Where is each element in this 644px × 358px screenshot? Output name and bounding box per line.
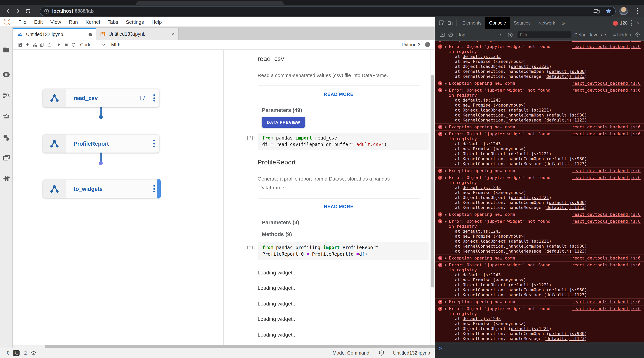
stack-source-link[interactable]: default.js:1221 [511, 239, 549, 244]
info-icon[interactable] [44, 8, 49, 14]
stack-source-link[interactable]: default.js:1221 [511, 282, 549, 288]
expand-caret-icon[interactable] [445, 307, 446, 310]
expand-caret-icon[interactable] [445, 256, 446, 260]
console-error-row[interactable]: ×Error: Object 'jupyter.widget' not foun… [435, 174, 644, 211]
console-error-row[interactable]: ×Error: Object 'jupyter.widget' not foun… [435, 262, 644, 298]
stack-source-link[interactable]: default.js:1123 [546, 249, 584, 254]
pipeline-node-profilereport[interactable]: ProfileReport [43, 134, 159, 152]
expand-caret-icon[interactable] [445, 132, 446, 136]
settings-gear-icon[interactable] [633, 30, 642, 39]
source-link[interactable]: react_devtools_backend.js:6 [572, 175, 640, 180]
methods-heading[interactable]: Methods (9) [262, 231, 420, 237]
parameters-heading[interactable]: Parameters (3) [262, 219, 420, 226]
expand-caret-icon[interactable] [445, 82, 446, 85]
node-menu-icon[interactable] [153, 94, 155, 102]
horizontal-scrollbar-thumb[interactable] [13, 345, 45, 348]
menu-tabs[interactable]: Tabs [104, 19, 122, 25]
notebook-tab-active[interactable]: Untitled132.ipynb [14, 28, 96, 40]
stack-source-link[interactable]: default.js:1221 [511, 326, 549, 331]
pipeline-node-read-csv[interactable]: read_csv [7] [43, 89, 159, 107]
stack-source-link[interactable]: default.js:1243 [463, 316, 501, 321]
expand-caret-icon[interactable] [445, 213, 446, 216]
devtools-tab-network[interactable]: Network [534, 17, 559, 29]
expand-caret-icon[interactable] [445, 169, 446, 172]
menu-settings[interactable]: Settings [122, 19, 148, 25]
stack-source-link[interactable]: default.js:1123 [546, 205, 584, 210]
bookmark-star-icon[interactable] [605, 8, 612, 14]
kernels-count[interactable]: 2 [24, 350, 27, 356]
url-bar[interactable]: localhost:8888/lab [40, 6, 616, 16]
stack-source-link[interactable]: default.js:1123 [546, 118, 584, 123]
expand-caret-icon[interactable] [445, 89, 446, 92]
console-error-row[interactable]: ×Error: Object 'jupyter.widget' not foun… [435, 218, 644, 254]
kernel-status-icon[interactable] [425, 42, 430, 47]
unsaved-dot-icon[interactable] [88, 33, 92, 36]
tab-close-icon[interactable]: × [171, 31, 174, 36]
command-palette-icon[interactable] [2, 91, 10, 99]
stack-source-link[interactable]: default.js:1243 [463, 142, 501, 146]
console-exception-row[interactable]: ×Exception opening new commreact_devtool… [435, 167, 644, 174]
menu-edit[interactable]: Edit [30, 19, 46, 25]
node-menu-icon[interactable] [153, 185, 155, 192]
source-link[interactable]: react_devtools_backend.js:6 [572, 299, 640, 304]
expand-caret-icon[interactable] [445, 176, 446, 179]
kernel-chip-icon[interactable] [31, 350, 36, 356]
log-levels-select[interactable]: Default levels ▼ [574, 32, 607, 37]
source-link[interactable]: react_devtools_backend.js:6 [572, 41, 640, 42]
console-error-row[interactable]: ×Error: Object 'jupyter.widget' not foun… [435, 87, 644, 124]
stop-button[interactable] [62, 42, 70, 48]
inspect-element-icon[interactable] [438, 19, 446, 27]
pipeline-crown-icon[interactable] [2, 112, 10, 120]
stack-source-link[interactable]: default.js:1243 [463, 229, 501, 234]
browser-menu-icon[interactable] [637, 8, 638, 14]
stack-source-link[interactable]: default.js:1221 [511, 108, 549, 113]
stack-source-link[interactable]: default.js:980 [549, 69, 584, 74]
menu-file[interactable]: File [14, 19, 30, 25]
stack-source-link[interactable]: default.js:1123 [546, 74, 584, 79]
stack-source-link[interactable]: default.js:1221 [511, 64, 549, 69]
stack-source-link[interactable]: default.js:1243 [463, 54, 501, 59]
expand-caret-icon[interactable] [445, 45, 446, 48]
console-error-row[interactable]: ×Error: Object 'jupyter.widget' not foun… [435, 43, 644, 80]
console-prompt[interactable]: > [435, 343, 644, 358]
read-more-link[interactable]: READ MORE [258, 204, 420, 209]
console-exception-row[interactable]: ×Exception opening new commreact_devtool… [435, 80, 644, 87]
devtools-tab-sources[interactable]: Sources [510, 17, 534, 29]
stack-source-link[interactable]: default.js:980 [549, 331, 584, 336]
devtools-close-icon[interactable]: × [636, 20, 642, 26]
forward-button[interactable] [13, 6, 23, 16]
insert-cell-button[interactable] [24, 42, 31, 48]
context-select[interactable]: top ▼ [459, 32, 502, 37]
source-link[interactable]: react_devtools_backend.js:6 [572, 262, 640, 268]
connector-dot-active[interactable] [99, 161, 103, 165]
read-more-link[interactable]: READ MORE [258, 92, 420, 97]
node-menu-icon[interactable] [153, 140, 155, 147]
command-mode-label[interactable]: Mode: Command [332, 350, 369, 356]
source-link[interactable]: react_devtools_backend.js:6 [572, 88, 640, 93]
stack-source-link[interactable]: default.js:1243 [463, 272, 501, 278]
profile-avatar[interactable] [620, 7, 628, 15]
expand-caret-icon[interactable] [445, 41, 446, 41]
menu-help[interactable]: Help [148, 19, 166, 25]
stack-source-link[interactable]: default.js:980 [549, 288, 584, 292]
source-link[interactable]: react_devtools_backend.js:6 [572, 168, 640, 173]
running-sessions-icon[interactable] [2, 70, 10, 78]
device-toolbar-icon[interactable] [446, 19, 454, 27]
source-link[interactable]: react_devtools_backend.js:6 [572, 81, 640, 86]
stack-source-link[interactable]: default.js:980 [549, 156, 584, 161]
stack-source-link[interactable]: default.js:1123 [546, 336, 584, 341]
terminal-icon[interactable]: $_ [13, 350, 20, 356]
copy-cells-button[interactable] [38, 42, 46, 48]
docs-scrollbar-thumb[interactable] [431, 75, 434, 288]
run-button[interactable] [55, 42, 62, 48]
clear-console-icon[interactable] [446, 30, 455, 39]
stack-source-link[interactable]: default.js:1243 [463, 185, 501, 190]
source-link[interactable]: react_devtools_backend.js:6 [572, 219, 640, 224]
paste-cells-button[interactable] [46, 42, 53, 48]
devtools-tab-console[interactable]: Console [485, 17, 510, 29]
console-exception-row[interactable]: ×Exception opening new commreact_devtool… [435, 124, 644, 130]
devtools-menu-icon[interactable] [628, 20, 636, 26]
source-link[interactable]: react_devtools_backend.js:6 [572, 306, 640, 311]
menu-run[interactable]: Run [65, 19, 82, 25]
console-sidebar-toggle-icon[interactable] [438, 30, 446, 39]
